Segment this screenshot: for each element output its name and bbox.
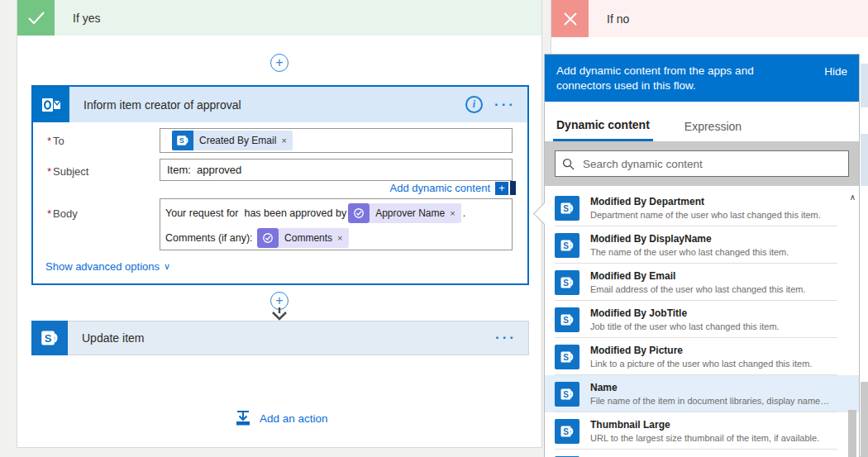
- body-text-3: Comments (if any):: [165, 232, 253, 244]
- if-no-card-sliver: [861, 134, 868, 186]
- dynamic-content-panel: Add dynamic content from the apps and co…: [544, 54, 860, 457]
- list-item[interactable]: S Modified By DepartmentDepartment name …: [545, 189, 859, 226]
- search-box[interactable]: [555, 150, 849, 177]
- card-menu-ellipsis-icon[interactable]: ···: [495, 330, 517, 346]
- svg-text:S: S: [563, 352, 569, 361]
- scroll-up-icon[interactable]: ∧: [850, 193, 856, 202]
- show-advanced-options-link[interactable]: Show advanced options ∨: [45, 260, 170, 273]
- search-input[interactable]: [583, 158, 842, 170]
- dynamic-content-list: S Modified By DepartmentDepartment name …: [545, 186, 859, 457]
- sharepoint-icon: S: [555, 382, 579, 407]
- approver-name-token[interactable]: Approver Name×: [348, 203, 460, 223]
- sharepoint-icon: S: [31, 321, 68, 355]
- subject-input[interactable]: Item: approved: [160, 159, 513, 181]
- x-icon: [551, 0, 589, 37]
- insert-step-button-top[interactable]: +: [270, 54, 289, 72]
- chevron-down-icon: ∨: [164, 261, 170, 272]
- if-no-card-sliver: [861, 64, 868, 107]
- panel-banner: Add dynamic content from the apps and co…: [545, 55, 859, 102]
- add-action-label: Add an action: [260, 412, 328, 425]
- add-action-button[interactable]: Add an action: [234, 409, 328, 427]
- svg-text:S: S: [45, 332, 52, 345]
- list-item-selected[interactable]: S NameFile name of the item in document …: [545, 375, 859, 412]
- svg-text:S: S: [563, 203, 569, 212]
- add-dynamic-plus-icon[interactable]: +: [495, 182, 508, 195]
- update-item-card[interactable]: S Update item ···: [31, 321, 529, 355]
- flow-arrow-down-icon: [270, 307, 289, 321]
- card-menu-ellipsis-icon[interactable]: ···: [494, 97, 516, 113]
- list-item[interactable]: S Modified By JobTitleJob title of the u…: [545, 301, 859, 338]
- list-item[interactable]: S Thumbnail LargeURL to the largest size…: [545, 412, 859, 450]
- to-input[interactable]: S Created By Email×: [160, 128, 513, 153]
- add-dynamic-content: Add dynamic content +: [390, 181, 516, 195]
- add-dynamic-content-link[interactable]: Add dynamic content: [390, 182, 490, 194]
- banner-text: Add dynamic content from the apps and co…: [556, 64, 754, 92]
- subject-value: Item: approved: [160, 159, 512, 180]
- list-item[interactable]: S Thumbnail Medium: [545, 450, 859, 457]
- if-no-label: If no: [589, 0, 868, 37]
- tab-dynamic-content[interactable]: Dynamic content: [553, 108, 653, 141]
- tab-expression[interactable]: Expression: [681, 110, 745, 141]
- sharepoint-icon: S: [555, 196, 579, 221]
- if-yes-label: If yes: [55, 0, 541, 36]
- add-action-icon: [234, 409, 252, 427]
- approvals-icon: [348, 203, 370, 223]
- svg-text:S: S: [563, 240, 569, 250]
- svg-text:S: S: [179, 136, 184, 145]
- search-icon: [562, 158, 575, 170]
- body-text-1: Your request for has been approved by: [165, 207, 346, 219]
- email-card-header[interactable]: Inform item creator of approval i ···: [33, 87, 527, 122]
- svg-text:S: S: [563, 426, 569, 436]
- page-scrollbar[interactable]: [861, 382, 868, 457]
- to-token[interactable]: S Created By Email×: [172, 131, 293, 150]
- svg-text:S: S: [563, 315, 569, 324]
- list-item[interactable]: S Modified By EmailEmail address of the …: [545, 264, 859, 301]
- remove-token-icon[interactable]: ×: [450, 208, 455, 218]
- panel-tabs: Dynamic content Expression: [545, 102, 859, 141]
- remove-token-icon[interactable]: ×: [337, 233, 342, 243]
- email-action-card: Inform item creator of approval i ··· *T…: [31, 85, 529, 285]
- hide-button[interactable]: Hide: [824, 64, 847, 79]
- sharepoint-icon: S: [172, 131, 193, 150]
- sharepoint-icon: S: [555, 345, 579, 369]
- check-icon: [17, 0, 55, 36]
- comments-token-label: Comments: [284, 232, 332, 244]
- to-token-label: Created By Email: [199, 135, 276, 146]
- sharepoint-icon: S: [555, 270, 579, 295]
- outlook-icon: [33, 87, 69, 122]
- search-area: [545, 141, 859, 186]
- approvals-icon: [257, 228, 279, 248]
- body-text-2: .: [463, 207, 465, 219]
- to-label: *To: [47, 135, 64, 147]
- list-scrollbar-thumb[interactable]: [848, 410, 856, 457]
- sharepoint-icon: S: [555, 307, 579, 332]
- approver-token-label: Approver Name: [375, 207, 445, 219]
- if-no-header[interactable]: If no: [551, 0, 868, 37]
- remove-token-icon[interactable]: ×: [281, 136, 286, 145]
- svg-text:S: S: [563, 278, 569, 287]
- list-item[interactable]: S Modified By PictureLink to a picture o…: [545, 338, 859, 375]
- update-card-title: Update item: [68, 331, 495, 345]
- sharepoint-icon: S: [555, 233, 579, 258]
- body-input[interactable]: Your request for has been approved by Ap…: [160, 198, 513, 250]
- info-icon[interactable]: i: [465, 96, 483, 113]
- svg-text:S: S: [563, 389, 569, 398]
- email-card-title: Inform item creator of approval: [69, 98, 465, 112]
- text-caret: [510, 181, 516, 195]
- sharepoint-icon: S: [555, 419, 579, 444]
- if-yes-header[interactable]: If yes: [17, 0, 541, 36]
- subject-label: *Subject: [47, 165, 88, 178]
- list-item[interactable]: S Modified By DisplayNameThe name of the…: [545, 226, 859, 264]
- required-marker: *: [47, 135, 51, 147]
- body-label: *Body: [47, 207, 78, 220]
- comments-token[interactable]: Comments×: [257, 228, 348, 248]
